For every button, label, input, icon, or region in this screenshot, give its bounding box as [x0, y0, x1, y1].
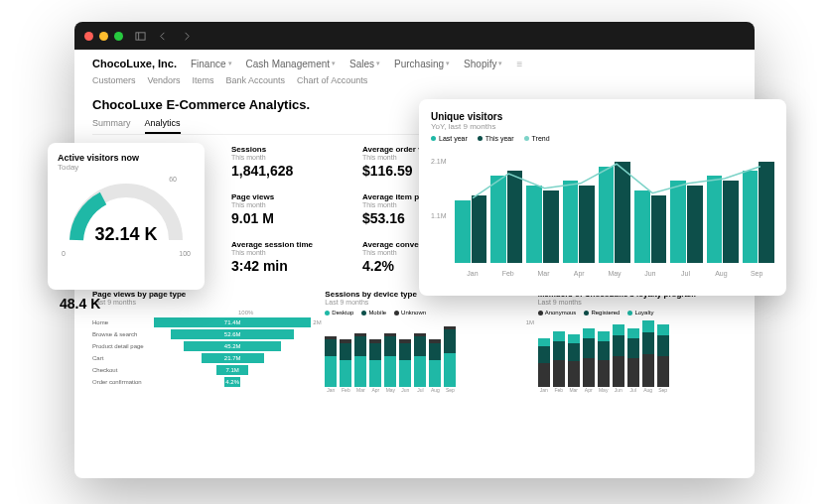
funnel-label: Order confirmation: [92, 379, 150, 385]
svg-rect-0: [136, 32, 145, 39]
subnav-coa[interactable]: Chart of Accounts: [297, 75, 367, 85]
gauge-sub: Today: [58, 163, 195, 172]
subnav-customers[interactable]: Customers: [92, 75, 136, 85]
bar: [354, 333, 366, 387]
bar: [414, 333, 426, 387]
sessions-device-chart: Sessions by device type Last 9 months De…: [325, 290, 523, 393]
funnel-label: Home: [92, 319, 150, 325]
bar: [538, 338, 550, 387]
funnel-chart: Page views by page type Last 9 months 10…: [92, 290, 311, 393]
main-nav: ChocoLuxe, Inc. Finance▾ Cash Management…: [74, 50, 755, 73]
close-icon[interactable]: [84, 32, 93, 41]
funnel-bar: 52.6M: [171, 329, 294, 339]
bar: [598, 331, 610, 387]
tab-summary[interactable]: Summary: [92, 118, 131, 134]
bar: [384, 333, 396, 387]
visitors-title: Unique visitors: [431, 111, 774, 122]
nav-cash[interactable]: Cash Management▾: [246, 59, 337, 69]
bar-pair: [670, 181, 702, 263]
bar: [568, 334, 580, 387]
bar-pair: [599, 162, 630, 263]
bar: [642, 320, 654, 387]
funnel-bar: 21.7M: [202, 353, 264, 363]
forward-icon[interactable]: [181, 31, 192, 42]
metric-sessions: SessionsThis month1,841,628: [231, 145, 313, 179]
funnel-bar: 7.1M: [216, 365, 248, 375]
funnel-label: Checkout: [92, 367, 150, 373]
tab-analytics[interactable]: Analytics: [145, 118, 181, 134]
visitors-legend: Last year This year Trend: [431, 135, 774, 142]
nav-purchasing[interactable]: Purchasing▾: [394, 59, 450, 69]
visitors-sub: YoY, last 9 months: [431, 122, 774, 131]
bar-pair: [634, 190, 666, 263]
funnel-label: Product detail page: [92, 343, 150, 349]
bar: [399, 339, 411, 387]
gauge-title: Active visitors now: [58, 153, 195, 163]
bar: [627, 328, 639, 387]
bar-pair: [455, 195, 486, 263]
bar-pair: [743, 162, 774, 263]
minimize-icon[interactable]: [99, 32, 108, 41]
nav-sales[interactable]: Sales▾: [349, 59, 380, 69]
funnel-label: Browse & search: [92, 331, 150, 337]
bar: [429, 339, 441, 387]
bar-pair: [563, 181, 595, 263]
visitors-card: Unique visitors YoY, last 9 months Last …: [419, 99, 786, 296]
subnav-items[interactable]: Items: [193, 75, 214, 85]
bar: [340, 339, 351, 387]
bar: [657, 324, 669, 387]
funnel-bar: 4.2%: [224, 377, 240, 387]
subnav-vendors[interactable]: Vendors: [148, 75, 181, 85]
maximize-icon[interactable]: [114, 32, 123, 41]
visitors-chart: 2.1M 1.1M JanFebMarAprMayJunJulAugSep: [431, 148, 774, 277]
bar-pair: [526, 186, 558, 263]
gauge: 60 32.14 K: [62, 176, 191, 250]
gauge-value: 32.14 K: [62, 224, 191, 245]
metric-left-bottom: 48.4 K: [60, 296, 100, 312]
bar: [369, 339, 381, 387]
bar: [325, 336, 337, 387]
traffic-lights: [84, 32, 123, 41]
bar: [613, 324, 624, 387]
metric-session-time: Average session timeThis month3:42 min: [231, 240, 313, 274]
funnel-label: Cart: [92, 355, 150, 361]
subnav-bank[interactable]: Bank Accounts: [226, 75, 286, 85]
nav-finance[interactable]: Finance▾: [191, 59, 232, 69]
bar-pair: [490, 171, 522, 263]
bar-pair: [707, 176, 739, 263]
nav-shopify[interactable]: Shopify▾: [464, 59, 502, 69]
gauge-card: Active visitors now Today 60 32.14 K 010…: [48, 143, 205, 290]
metric-pageviews: Page viewsThis month9.01 M: [231, 192, 313, 226]
back-icon[interactable]: [158, 31, 169, 42]
nav-more[interactable]: ≡: [516, 59, 522, 69]
bar: [583, 328, 595, 387]
funnel-bar: 71.4M: [154, 317, 311, 327]
sub-nav: Customers Vendors Items Bank Accounts Ch…: [74, 73, 755, 91]
bar: [444, 326, 456, 387]
bar: [553, 331, 565, 387]
funnel-bar: 45.2M: [184, 341, 281, 351]
titlebar: [74, 22, 755, 50]
loyalty-chart: Members of ChocoLuxe's loyalty program L…: [538, 290, 737, 393]
sidebar-icon[interactable]: [135, 31, 146, 42]
company-name[interactable]: ChocoLuxe, Inc.: [92, 58, 177, 69]
